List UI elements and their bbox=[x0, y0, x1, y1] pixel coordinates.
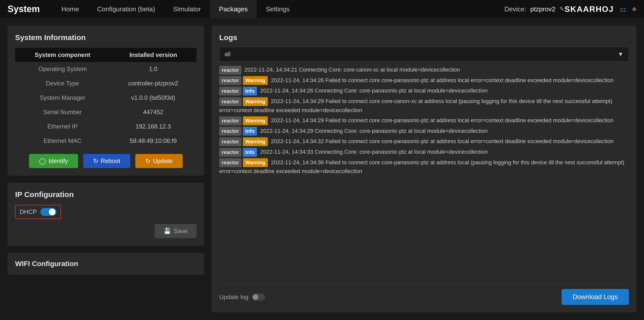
table-row: Ethernet IP192.168.12.3 bbox=[15, 119, 197, 134]
log-entries-list[interactable]: reactor 2022-11-24, 14:34:21 Connecting … bbox=[219, 66, 629, 281]
logout-icon[interactable]: ⎆ bbox=[632, 5, 636, 13]
log-filter-dropdown[interactable]: all ▼ bbox=[219, 47, 629, 61]
component-cell: Operating System bbox=[15, 62, 110, 76]
skaarhoj-logo: SKAARHOJ bbox=[564, 5, 614, 14]
reboot-icon: ↻ bbox=[93, 157, 98, 165]
component-cell: System Manager bbox=[15, 91, 110, 105]
log-filter-value: all bbox=[224, 51, 231, 58]
list-item: reactorInfo 2022-11-24, 14:34:29 Connect… bbox=[219, 127, 627, 136]
tag-level: Warning bbox=[243, 76, 268, 85]
logs-panel: Logs all ▼ reactor 2022-11-24, 14:34:21 … bbox=[212, 26, 636, 312]
update-log-toggle[interactable] bbox=[252, 294, 265, 301]
log-partial-text: 2022-11-24, 14:34:21 Connecting Core: co… bbox=[244, 67, 460, 73]
list-item: reactorInfo 2022-11-24, 14:34:33 Connect… bbox=[219, 148, 627, 157]
log-footer: Update log Download Logs bbox=[219, 285, 629, 305]
identify-icon: ◯ bbox=[39, 157, 46, 165]
log-text: 2022-11-24, 14:34:36 Failed to connect c… bbox=[219, 159, 624, 175]
system-info-table: System component Installed version Opera… bbox=[15, 48, 197, 148]
nav-right: SKAARHOJ ⚏ ⎆ bbox=[564, 5, 636, 14]
save-btn-row: 💾 Save bbox=[15, 224, 197, 238]
edit-icon[interactable]: ✎ bbox=[559, 6, 564, 13]
version-cell: 1.0 bbox=[110, 62, 197, 76]
identify-button[interactable]: ◯ Identify bbox=[29, 154, 78, 168]
dhcp-label: DHCP bbox=[20, 208, 37, 215]
nav-simulator[interactable]: Simulator bbox=[164, 0, 210, 18]
device-info: Device: ptzprov2 ✎ bbox=[504, 5, 564, 13]
save-icon: 💾 bbox=[164, 228, 171, 235]
table-row: Operating System1.0 bbox=[15, 62, 197, 76]
download-logs-button[interactable]: Download Logs bbox=[562, 289, 629, 305]
tag-level: Warning bbox=[243, 158, 268, 167]
list-item: reactorWarning 2022-11-24, 14:34:29 Fail… bbox=[219, 116, 627, 125]
nav-home[interactable]: Home bbox=[52, 0, 88, 18]
nav-packages[interactable]: Packages bbox=[210, 0, 257, 18]
log-text: 2022-11-24, 14:34:26 Connecting Core: co… bbox=[259, 87, 488, 94]
component-cell: Ethernet MAC bbox=[15, 134, 110, 148]
tag-level: Warning bbox=[243, 97, 268, 106]
save-button[interactable]: 💾 Save bbox=[154, 224, 197, 238]
tag-reactor: reactor bbox=[219, 116, 241, 125]
device-name: ptzprov2 bbox=[530, 5, 556, 13]
tag-level: Info bbox=[243, 148, 257, 157]
version-cell: controller-ptzprov2 bbox=[110, 76, 197, 91]
tag-reactor: reactor bbox=[219, 148, 241, 157]
action-buttons: ◯ Identify ↻ Reboot ↻ Update bbox=[15, 154, 197, 168]
log-text: 2022-11-24, 14:34:29 Failed to connect c… bbox=[269, 117, 614, 123]
log-text: 2022-11-24, 14:34:29 Connecting Core: co… bbox=[259, 128, 488, 134]
list-item: reactorWarning 2022-11-24, 14:34:32 Fail… bbox=[219, 137, 627, 146]
ip-config-card: IP Configuration DHCP 💾 Save bbox=[8, 183, 204, 246]
tag-reactor: reactor bbox=[219, 87, 241, 95]
update-icon: ↻ bbox=[145, 157, 150, 165]
tag-level: Warning bbox=[243, 116, 268, 125]
logs-title: Logs bbox=[219, 33, 629, 42]
tag-reactor: reactor bbox=[219, 97, 241, 106]
tag-reactor: reactor bbox=[219, 76, 241, 85]
dhcp-toggle[interactable] bbox=[40, 208, 56, 216]
version-cell: v1.0.0 (bd50f3d) bbox=[110, 91, 197, 105]
component-cell: Ethernet IP bbox=[15, 119, 110, 134]
component-cell: Device Type bbox=[15, 76, 110, 91]
log-text: 2022-11-24, 14:34:33 Connecting Core: co… bbox=[259, 149, 488, 155]
device-label: Device: bbox=[504, 5, 526, 13]
top-navigation: System Home Configuration (beta) Simulat… bbox=[0, 0, 644, 18]
nav-settings[interactable]: Settings bbox=[257, 0, 299, 18]
component-cell: Serial Number bbox=[15, 105, 110, 119]
update-button[interactable]: ↻ Update bbox=[135, 154, 182, 168]
chevron-down-icon: ▼ bbox=[618, 51, 624, 58]
list-item: reactorWarning 2022-11-24, 14:34:36 Fail… bbox=[219, 158, 627, 176]
update-log-row: Update log bbox=[219, 294, 265, 301]
col-version: Installed version bbox=[110, 48, 197, 62]
tag-reactor: reactor bbox=[219, 158, 241, 167]
version-cell: 192.168.12.3 bbox=[110, 119, 197, 134]
version-cell: 58:48:49:10:06:f9 bbox=[110, 134, 197, 148]
person-icon[interactable]: ⚏ bbox=[620, 5, 626, 13]
nav-links: Home Configuration (beta) Simulator Pack… bbox=[52, 0, 504, 18]
main-content: System Information System component Inst… bbox=[0, 18, 644, 320]
left-panel: System Information System component Inst… bbox=[8, 26, 204, 312]
update-log-label: Update log bbox=[219, 294, 248, 301]
tag-level: Info bbox=[243, 127, 257, 136]
log-text: 2022-11-24, 14:34:26 Failed to connect c… bbox=[269, 77, 614, 83]
dhcp-box: DHCP bbox=[15, 205, 61, 219]
col-component: System component bbox=[15, 48, 110, 62]
list-item: reactorWarning 2022-11-24, 14:34:26 Fail… bbox=[219, 76, 627, 85]
log-text: 2022-11-24, 14:34:32 Failed to connect c… bbox=[269, 138, 614, 144]
wifi-title: WIFI Configuration bbox=[15, 260, 197, 268]
list-item: reactorInfo 2022-11-24, 14:34:26 Connect… bbox=[219, 86, 627, 95]
list-item: reactorWarning 2022-11-24, 14:34:29 Fail… bbox=[219, 97, 627, 115]
ip-config-title: IP Configuration bbox=[15, 190, 197, 199]
log-text: 2022-11-24, 14:34:29 Failed to connect c… bbox=[219, 98, 612, 113]
version-cell: 447452 bbox=[110, 105, 197, 119]
tag-reactor: reactor bbox=[219, 137, 241, 146]
reboot-button[interactable]: ↻ Reboot bbox=[83, 154, 130, 168]
system-info-title: System Information bbox=[15, 33, 197, 42]
tag-level: Warning bbox=[243, 137, 268, 146]
dhcp-row: DHCP bbox=[15, 205, 197, 219]
table-row: Device Typecontroller-ptzprov2 bbox=[15, 76, 197, 91]
table-row: Serial Number447452 bbox=[15, 105, 197, 119]
brand-title: System bbox=[8, 4, 40, 14]
nav-configuration[interactable]: Configuration (beta) bbox=[88, 0, 164, 18]
table-row: Ethernet MAC58:48:49:10:06:f9 bbox=[15, 134, 197, 148]
table-row: System Managerv1.0.0 (bd50f3d) bbox=[15, 91, 197, 105]
wifi-config-card: WIFI Configuration bbox=[8, 253, 204, 275]
